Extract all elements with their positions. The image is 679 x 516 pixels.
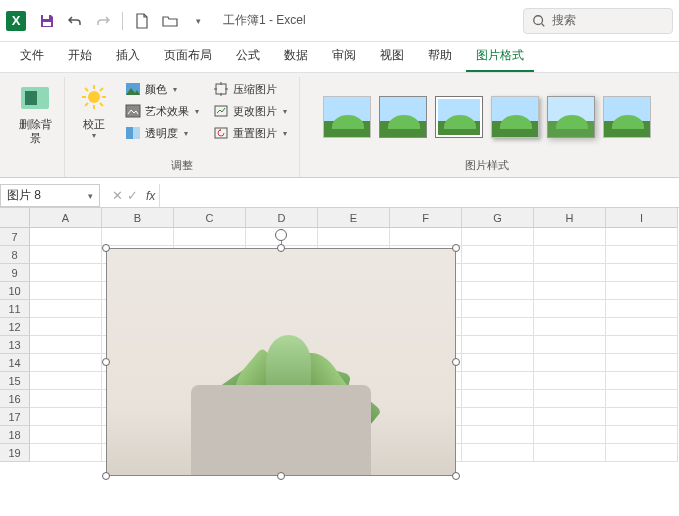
tab-file[interactable]: 文件	[10, 41, 54, 72]
new-file-button[interactable]	[129, 8, 155, 34]
picture-style-2[interactable]	[379, 96, 427, 138]
cell[interactable]	[462, 246, 534, 264]
picture-style-5[interactable]	[547, 96, 595, 138]
row-header[interactable]: 7	[0, 228, 30, 246]
row-header[interactable]: 8	[0, 246, 30, 264]
selected-image[interactable]	[106, 248, 456, 476]
cell[interactable]	[606, 300, 678, 318]
resize-handle-b[interactable]	[277, 472, 285, 480]
cell[interactable]	[534, 408, 606, 426]
transparency-button[interactable]: 透明度▾	[121, 123, 203, 143]
resize-handle-br[interactable]	[452, 472, 460, 480]
col-header[interactable]: G	[462, 208, 534, 228]
tab-home[interactable]: 开始	[58, 41, 102, 72]
row-header[interactable]: 19	[0, 444, 30, 462]
accept-formula-icon[interactable]: ✓	[127, 188, 138, 203]
col-header[interactable]: H	[534, 208, 606, 228]
col-header[interactable]: F	[390, 208, 462, 228]
resize-handle-bl[interactable]	[102, 472, 110, 480]
cell[interactable]	[462, 426, 534, 444]
col-header[interactable]: D	[246, 208, 318, 228]
cell[interactable]	[462, 372, 534, 390]
color-button[interactable]: 颜色▾	[121, 79, 203, 99]
open-file-button[interactable]	[157, 8, 183, 34]
artistic-effects-button[interactable]: 艺术效果▾	[121, 101, 203, 121]
row-header[interactable]: 15	[0, 372, 30, 390]
rotate-handle[interactable]	[275, 229, 287, 241]
qat-customize-button[interactable]: ▾	[185, 8, 211, 34]
row-header[interactable]: 14	[0, 354, 30, 372]
select-all-corner[interactable]	[0, 208, 30, 228]
save-button[interactable]	[34, 8, 60, 34]
cell[interactable]	[462, 318, 534, 336]
picture-style-3[interactable]	[435, 96, 483, 138]
cell[interactable]	[30, 444, 102, 462]
cell[interactable]	[462, 444, 534, 462]
cell[interactable]	[534, 372, 606, 390]
cell[interactable]	[534, 336, 606, 354]
row-header[interactable]: 12	[0, 318, 30, 336]
tab-help[interactable]: 帮助	[418, 41, 462, 72]
remove-background-button[interactable]: 删除背景	[14, 79, 56, 149]
cell[interactable]	[606, 246, 678, 264]
picture-style-1[interactable]	[323, 96, 371, 138]
cell[interactable]	[534, 444, 606, 462]
fx-label[interactable]: fx	[142, 184, 159, 207]
cell[interactable]	[462, 336, 534, 354]
cell[interactable]	[606, 318, 678, 336]
formula-bar[interactable]	[159, 184, 679, 207]
resize-handle-tl[interactable]	[102, 244, 110, 252]
cell[interactable]	[30, 228, 102, 246]
col-header[interactable]: I	[606, 208, 678, 228]
cell[interactable]	[462, 390, 534, 408]
row-header[interactable]: 13	[0, 336, 30, 354]
tab-data[interactable]: 数据	[274, 41, 318, 72]
tab-layout[interactable]: 页面布局	[154, 41, 222, 72]
cell[interactable]	[534, 228, 606, 246]
cell[interactable]	[30, 282, 102, 300]
resize-handle-l[interactable]	[102, 358, 110, 366]
cell[interactable]	[462, 354, 534, 372]
cell[interactable]	[30, 246, 102, 264]
cell[interactable]	[606, 372, 678, 390]
picture-style-6[interactable]	[603, 96, 651, 138]
reset-picture-button[interactable]: 重置图片▾	[209, 123, 291, 143]
cell[interactable]	[30, 390, 102, 408]
tab-review[interactable]: 审阅	[322, 41, 366, 72]
cell[interactable]	[534, 354, 606, 372]
cell[interactable]	[318, 228, 390, 246]
cell[interactable]	[30, 372, 102, 390]
cell[interactable]	[174, 228, 246, 246]
cell[interactable]	[30, 300, 102, 318]
picture-style-4[interactable]	[491, 96, 539, 138]
cell[interactable]	[462, 300, 534, 318]
cell[interactable]	[606, 426, 678, 444]
col-header[interactable]: C	[174, 208, 246, 228]
cell[interactable]	[534, 390, 606, 408]
resize-handle-r[interactable]	[452, 358, 460, 366]
cell[interactable]	[534, 282, 606, 300]
cell[interactable]	[462, 264, 534, 282]
cell[interactable]	[30, 426, 102, 444]
cell[interactable]	[102, 228, 174, 246]
chevron-down-icon[interactable]: ▾	[88, 191, 93, 201]
row-header[interactable]: 10	[0, 282, 30, 300]
row-header[interactable]: 11	[0, 300, 30, 318]
tab-formulas[interactable]: 公式	[226, 41, 270, 72]
row-header[interactable]: 18	[0, 426, 30, 444]
cell[interactable]	[30, 264, 102, 282]
col-header[interactable]: E	[318, 208, 390, 228]
change-picture-button[interactable]: 更改图片▾	[209, 101, 291, 121]
cell[interactable]	[606, 354, 678, 372]
tab-picture-format[interactable]: 图片格式	[466, 41, 534, 72]
row-header[interactable]: 9	[0, 264, 30, 282]
cell[interactable]	[462, 228, 534, 246]
cell[interactable]	[462, 408, 534, 426]
cell[interactable]	[390, 228, 462, 246]
name-box[interactable]: 图片 8 ▾	[0, 184, 100, 207]
resize-handle-t[interactable]	[277, 244, 285, 252]
search-box[interactable]: 搜索	[523, 8, 673, 34]
cell[interactable]	[606, 336, 678, 354]
col-header[interactable]: A	[30, 208, 102, 228]
resize-handle-tr[interactable]	[452, 244, 460, 252]
